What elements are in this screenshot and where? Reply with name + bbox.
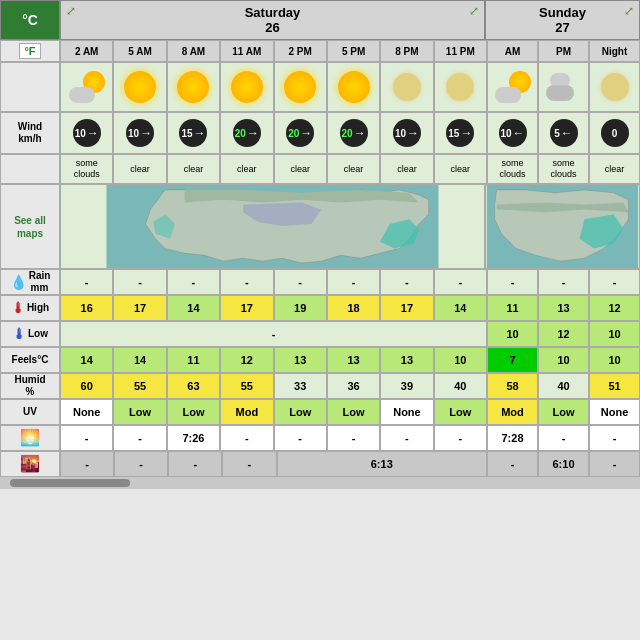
rain-drop-icon: 💧 [10, 274, 27, 291]
sunday-map[interactable] [485, 184, 640, 269]
wind-badge-sun-am: 10← [499, 119, 527, 147]
cond-sun-am: someclouds [487, 154, 538, 184]
temp-high-icon: 🌡 [11, 300, 25, 317]
humid-2pm: 33 [274, 373, 327, 399]
icon-2am [60, 62, 113, 112]
rain-2am: - [60, 269, 113, 295]
uv-2pm: Low [274, 399, 327, 425]
saturday-header: ⤢ Saturday 26 ⤢ [60, 0, 485, 40]
time-11am: 11 AM [220, 40, 273, 62]
humid-label: Humid% [0, 373, 60, 399]
uv-label: UV [0, 399, 60, 425]
icon-8am [167, 62, 220, 112]
sun-icon [284, 71, 316, 103]
wind-badge-8am: 15→ [179, 119, 207, 147]
uv-sun-am: Mod [487, 399, 538, 425]
ss-combined: 6:13 [277, 451, 488, 477]
cond-2pm: clear [274, 154, 327, 184]
celsius-unit[interactable]: °C [0, 0, 60, 40]
uv-11am: Mod [220, 399, 273, 425]
feels-label: Feels°C [0, 347, 60, 373]
sr-sun-pm: - [538, 425, 589, 451]
wind-badge-5pm: 20→ [340, 119, 368, 147]
ss-sun-night: - [589, 451, 640, 477]
humid-11pm: 40 [434, 373, 487, 399]
sun-time-am: AM [487, 40, 538, 62]
humid-8am: 63 [167, 373, 220, 399]
uv-8am: Low [167, 399, 220, 425]
feels-5am: 14 [113, 347, 166, 373]
low-sun-night: 10 [589, 321, 640, 347]
rain-2pm: - [274, 269, 327, 295]
feels-sun-am: 7 [487, 347, 538, 373]
low-label-text: Low [28, 328, 48, 340]
see-all-maps-button[interactable]: See allmaps [0, 184, 60, 269]
rain-sun-night: - [589, 269, 640, 295]
sr-8am: 7:26 [167, 425, 220, 451]
cond-11am: clear [220, 154, 273, 184]
rain-5pm: - [327, 269, 380, 295]
sr-5am: - [113, 425, 166, 451]
wind-badge-2pm: 20→ [286, 119, 314, 147]
ss-sun-am: - [487, 451, 538, 477]
sr-2pm: - [274, 425, 327, 451]
sr-8pm: - [380, 425, 433, 451]
scrollbar-thumb[interactable] [10, 479, 130, 487]
saturday-name: Saturday [245, 5, 301, 20]
icon-5am [113, 62, 166, 112]
sr-sun-night: - [589, 425, 640, 451]
cond-8am: clear [167, 154, 220, 184]
icon-2pm [274, 62, 327, 112]
uv-sun-pm: Low [538, 399, 589, 425]
high-8pm: 17 [380, 295, 433, 321]
sun-time-pm: PM [538, 40, 589, 62]
ss-sun-pm: 6:10 [538, 451, 589, 477]
sunday-expand-icon[interactable]: ⤢ [624, 4, 634, 18]
high-11am: 17 [220, 295, 273, 321]
rain-5am: - [113, 269, 166, 295]
sr-sun-am: 7:28 [487, 425, 538, 451]
rain-sun-am: - [487, 269, 538, 295]
sun-icon-night [589, 62, 640, 112]
icon-11pm [434, 62, 487, 112]
map-svg-sunday [486, 185, 639, 268]
icon-11am [220, 62, 273, 112]
humid-2am: 60 [60, 373, 113, 399]
low-sat: - [60, 321, 487, 347]
feels-11am: 12 [220, 347, 273, 373]
rain-sun-pm: - [538, 269, 589, 295]
moon-icon-2 [601, 73, 629, 101]
uv-11pm: Low [434, 399, 487, 425]
saturday-map[interactable] [60, 184, 485, 269]
feels-row: Feels°C 14 14 11 12 13 13 13 10 7 10 10 [0, 347, 640, 373]
time-row: °F 2 AM 5 AM 8 AM 11 AM 2 PM 5 PM 8 PM 1… [0, 40, 640, 62]
cond-sun-night: clear [589, 154, 640, 184]
fahrenheit-toggle[interactable]: °F [0, 40, 60, 62]
rain-8am: - [167, 269, 220, 295]
expand-right-icon[interactable]: ⤢ [469, 4, 479, 18]
sunday-header: ⤢ Sunday 27 [485, 0, 640, 40]
wind-11pm: 15→ [434, 112, 487, 154]
wind-2am: 10→ [60, 112, 113, 154]
time-2pm: 2 PM [274, 40, 327, 62]
icon-5pm [327, 62, 380, 112]
rain-row: 💧 Rainmm - - - - - - - - - - - [0, 269, 640, 295]
scrollbar[interactable] [0, 477, 640, 489]
wind-badge-11am: 20→ [233, 119, 261, 147]
moon-icon [393, 73, 421, 101]
cond-11pm: clear [434, 154, 487, 184]
wind-sun-night: 0 [589, 112, 640, 154]
rain-label: 💧 Rainmm [0, 269, 60, 295]
wind-badge-11pm: 15→ [446, 119, 474, 147]
high-5pm: 18 [327, 295, 380, 321]
ss-8am: - [168, 451, 222, 477]
icon-label [0, 62, 60, 112]
feels-2pm: 13 [274, 347, 327, 373]
ss-5am: - [114, 451, 168, 477]
fahrenheit-button[interactable]: °F [19, 43, 40, 59]
expand-left-icon[interactable]: ⤢ [66, 4, 76, 18]
saturday-date: 26 [265, 20, 279, 35]
low-label: 🌡 Low [0, 321, 60, 347]
high-2am: 16 [60, 295, 113, 321]
feels-11pm: 10 [434, 347, 487, 373]
